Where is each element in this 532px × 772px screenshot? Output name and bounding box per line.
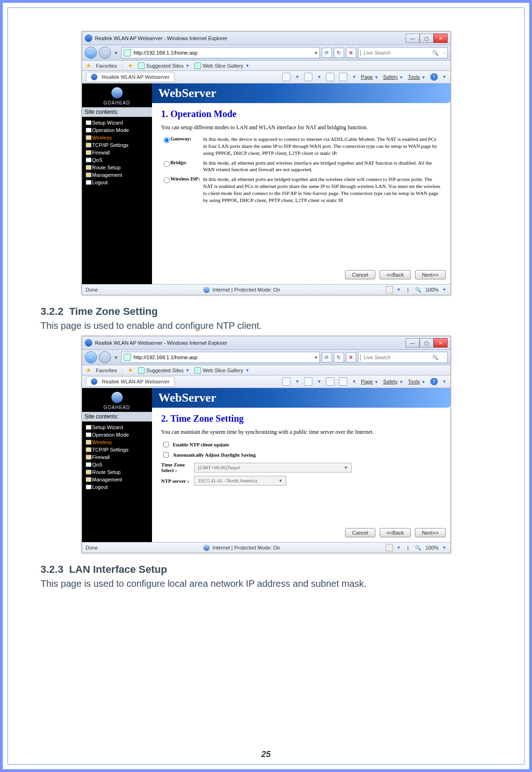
page-icon [124,354,131,361]
web-slice-link[interactable]: Web Slice Gallery ▼ [194,367,249,374]
sidebar-item[interactable]: QoS [82,461,152,468]
url-dropdown-icon[interactable]: ▾ [313,50,319,56]
sidebar-item[interactable]: Firewall [82,453,152,461]
print-icon[interactable] [339,73,347,81]
sidebar-item[interactable]: Management [82,476,152,483]
refresh-button[interactable]: ⟳ [322,48,332,58]
sidebar-item[interactable]: Operation Mode [82,126,152,134]
sidebar-item[interactable]: TCP/IP Settings [82,141,152,149]
stop-button[interactable]: ✕ [346,352,356,362]
sidebar-item[interactable]: Management [82,171,152,179]
go-button[interactable]: ↻ [334,352,344,362]
back-button[interactable]: ← [85,351,97,363]
search-input[interactable] [363,49,429,56]
mode-radio[interactable] [164,161,170,167]
sidebar-item[interactable]: Wireless [82,134,152,141]
browser-tab[interactable]: Realtek WLAN AP Webserver [86,376,175,387]
go-button[interactable]: ↻ [334,48,344,58]
zoom-mode-icon[interactable] [386,286,393,293]
search-box[interactable]: 🔍 • [358,47,448,58]
rss-icon[interactable] [304,377,312,386]
suggested-sites-link[interactable]: Suggested Sites ▼ [138,367,190,374]
sidebar-item[interactable]: TCP/IP Settings [82,446,152,453]
stop-button[interactable]: ✕ [346,48,356,58]
cancel-button[interactable]: Cancel [345,270,375,279]
back-step-button[interactable]: <<Back [380,270,411,279]
back-button[interactable]: ← [85,47,97,59]
favorites-star-icon[interactable]: ★ [86,367,91,374]
suggested-sites-link[interactable]: Suggested Sites ▼ [138,63,190,69]
sidebar-item[interactable]: Logout [82,179,152,186]
forward-button[interactable]: → [99,47,111,59]
auto-dst-checkbox[interactable] [163,452,169,458]
sidebar-item[interactable]: Operation Mode [82,431,152,438]
minimize-button[interactable]: — [406,34,420,43]
sidebar-item[interactable]: Setup Wizard [82,424,152,431]
rss-icon[interactable] [304,73,312,81]
forward-button[interactable]: → [99,351,111,363]
sidebar-item[interactable]: Wireless [82,438,152,446]
zoom-mode-icon[interactable] [386,544,393,551]
help-icon[interactable]: ? [430,73,438,81]
safety-menu[interactable]: Safety [383,74,398,80]
sidebar-item[interactable]: Setup Wizard [82,119,152,126]
search-input[interactable] [363,354,429,361]
search-icon[interactable]: 🔍 [429,355,442,361]
maximize-button[interactable]: ▢ [420,338,434,348]
address-bar[interactable]: ▾ [121,47,320,58]
chevron-down-icon: ▾ [279,478,282,484]
close-button[interactable]: ✕ [434,338,448,348]
tools-menu[interactable]: Tools [408,74,420,80]
maximize-button[interactable]: ▢ [420,34,434,43]
sidebar-item[interactable]: Logout [82,483,152,491]
mail-icon[interactable] [326,377,334,386]
enable-ntp-checkbox[interactable] [163,442,169,447]
help-icon[interactable]: ? [430,378,438,385]
search-box[interactable]: 🔍 • [358,352,448,363]
home-icon[interactable] [282,73,290,81]
mode-radio[interactable] [164,137,170,143]
site-icon [138,63,145,69]
zoom-level[interactable]: 100% [425,545,438,550]
sidebar: GOAHEAD Site contents: Setup WizardOpera… [82,83,152,284]
print-icon[interactable] [339,377,347,386]
globe-icon [111,392,123,403]
back-step-button[interactable]: <<Back [380,528,411,537]
auto-dst-row[interactable]: Automatically Adjust Daylight Saving [161,451,441,459]
favorites-label[interactable]: Favorites [96,63,117,69]
web-slice-link[interactable]: Web Slice Gallery ▼ [194,63,249,69]
url-dropdown-icon[interactable]: ▾ [313,355,319,361]
next-step-button[interactable]: Next>> [415,528,445,537]
url-input[interactable] [133,355,313,360]
favorites-star-icon[interactable]: ★ [86,62,91,69]
close-button[interactable]: ✕ [434,34,448,43]
mode-radio[interactable] [164,177,170,183]
nav-dropdown-icon[interactable]: ▾ [113,50,119,56]
sidebar-item[interactable]: QoS [82,156,152,164]
sidebar: GOAHEAD Site contents: Setup WizardOpera… [82,388,152,542]
url-input[interactable] [133,50,313,56]
next-step-button[interactable]: Next>> [415,270,445,279]
search-icon[interactable]: 🔍 [429,50,442,56]
safety-menu[interactable]: Safety [383,379,398,384]
page-menu[interactable]: Page [361,74,373,80]
sidebar-item[interactable]: Route Setup [82,468,152,476]
page-menu[interactable]: Page [361,379,373,384]
home-icon[interactable] [282,377,290,386]
timezone-select[interactable]: (GMT+08:00)Taipei▾ [194,463,352,473]
sidebar-item[interactable]: Firewall [82,149,152,156]
mail-icon[interactable] [326,73,334,81]
zoom-level[interactable]: 100% [425,287,438,292]
cancel-button[interactable]: Cancel [345,528,375,537]
sidebar-item[interactable]: Route Setup [82,164,152,171]
tools-menu[interactable]: Tools [408,379,420,384]
refresh-button[interactable]: ⟳ [322,352,332,362]
nav-dropdown-icon[interactable]: ▾ [113,355,119,361]
browser-tab[interactable]: Realtek WLAN AP Webserver [86,72,175,82]
favorites-label[interactable]: Favorites [96,368,117,373]
site-contents-header: Site contents: [82,107,152,117]
minimize-button[interactable]: — [406,338,420,348]
ntp-server-select[interactable]: 192.5.41.41 - North America▾ [194,476,286,486]
address-bar[interactable]: ▾ [121,352,320,363]
enable-ntp-row[interactable]: Enable NTP client update [161,440,441,449]
